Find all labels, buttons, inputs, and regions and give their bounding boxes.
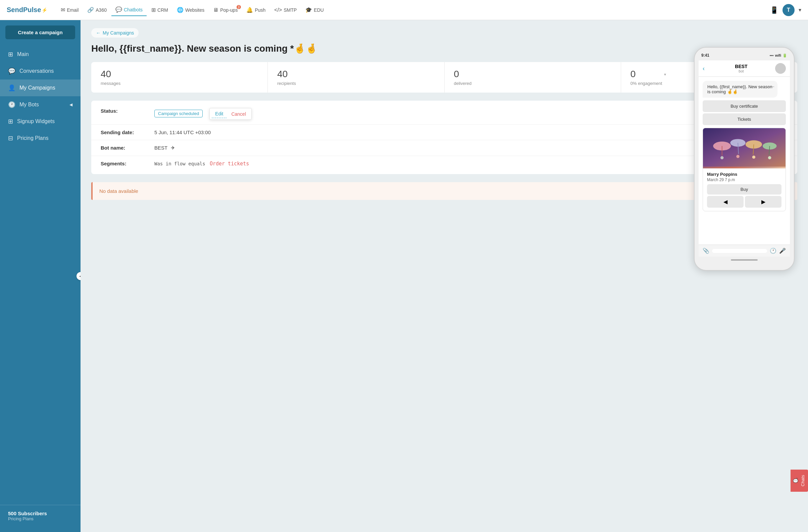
sidebar-item-signup-widgets[interactable]: ⊞ Signup Widgets: [0, 113, 80, 130]
nav-edu[interactable]: 🎓 EDU: [301, 4, 328, 16]
edit-button[interactable]: Edit: [212, 110, 226, 118]
card-image: [703, 128, 786, 168]
email-icon: ✉: [61, 7, 65, 13]
tickets-button[interactable]: Tickets: [703, 113, 786, 125]
pricing-plans-icon: ⊟: [8, 134, 13, 142]
crm-icon: ⊞: [151, 7, 156, 13]
details-table: Status: Campaign scheduled Edit Cancel S…: [91, 101, 797, 174]
card-nav-right[interactable]: ▶: [745, 196, 782, 208]
stat-delivered: 0 delivered: [445, 62, 621, 93]
phone-frame: 9:41 ▪▪▪ wifi 🔋 ‹ BEST bot: [694, 47, 794, 271]
engagement-arrow-icon: ▾: [664, 72, 666, 77]
stat-delivered-label: delivered: [454, 81, 611, 86]
sidebar-item-conversations[interactable]: 💬 Conversations: [0, 63, 80, 79]
cancel-button[interactable]: Cancel: [228, 110, 249, 118]
sidebar: Create a campaign ⊞ Main 💬 Conversations…: [0, 20, 80, 532]
chat-dash: —: [768, 83, 774, 90]
websites-icon: 🌐: [177, 7, 184, 13]
breadcrumb[interactable]: ← My Campaigns: [91, 28, 139, 38]
svg-point-9: [720, 156, 723, 159]
segments-highlight: Order tickets: [207, 161, 249, 167]
create-campaign-button[interactable]: Create a campaign: [5, 25, 75, 39]
nav-websites-label: Websites: [185, 7, 204, 13]
telegram-icon: ✈: [171, 145, 175, 151]
pricing-plans-link[interactable]: Pricing Plans: [8, 516, 72, 521]
chatbots-icon: 💬: [115, 6, 122, 13]
content-area: ← My Campaigns Hello, {{first_name}}. Ne…: [80, 20, 808, 532]
breadcrumb-arrow: ←: [96, 30, 101, 36]
card-buy-button[interactable]: Buy: [707, 184, 782, 194]
nav-chatbots[interactable]: 💬 Chatbots: [111, 4, 147, 16]
campaign-title: Hello, {{first_name}}. New season is com…: [91, 43, 797, 54]
chats-button[interactable]: 💬 Chats: [791, 470, 808, 492]
nav-email-label: Email: [67, 7, 78, 13]
mobile-icon[interactable]: 📱: [770, 6, 778, 14]
signal-icon: ▪▪▪: [770, 53, 774, 57]
nav-smtp[interactable]: </> SMTP: [270, 4, 301, 16]
sending-date-value: 5 Jun, 11:44 UTC +03:00: [154, 130, 788, 135]
detail-row-bot-name: Bot name: BEST ✈: [91, 140, 797, 156]
segments-label: Segments:: [101, 161, 154, 166]
detail-row-segments: Segments: Was in flow equals Order ticke…: [91, 156, 797, 171]
mic-icon[interactable]: 🎤: [779, 248, 786, 254]
nav-items: ✉ Email 🔗 A360 💬 Chatbots ⊞ CRM 🌐 Websit…: [57, 4, 769, 16]
phone-back-button[interactable]: ‹: [703, 65, 705, 72]
beta-badge: β: [237, 5, 241, 9]
nav-websites[interactable]: 🌐 Websites: [173, 4, 208, 16]
sending-date-label: Sending date:: [101, 130, 154, 135]
nav-smtp-label: SMTP: [283, 7, 297, 13]
card-preview: Marry Poppins March 29 7 p.m Buy ◀ ▶: [703, 128, 786, 211]
sidebar-item-conversations-label: Conversations: [19, 68, 54, 74]
phone-bot-name: BEST: [707, 64, 775, 69]
stat-recipients-value: 40: [277, 69, 435, 79]
phone-chat-title: BEST bot: [707, 64, 775, 73]
stat-messages-label: messages: [101, 81, 258, 86]
sidebar-item-pricing-plans[interactable]: ⊟ Pricing Plans: [0, 130, 80, 147]
stat-engagement-label: 0% engagement: [630, 81, 662, 86]
push-icon: 🔔: [246, 7, 253, 13]
card-nav-left[interactable]: ◀: [707, 196, 743, 208]
a360-icon: 🔗: [87, 7, 94, 13]
clock-icon[interactable]: 🕐: [770, 248, 776, 254]
sidebar-item-my-bots-label: My Bots: [19, 102, 39, 108]
nav-popups[interactable]: 🖥 Pop-ups β: [209, 4, 242, 16]
phone-input-bar: 📎 🕐 🎤: [699, 245, 790, 256]
logo-icon: ⚡: [42, 7, 47, 13]
buy-certificate-button[interactable]: Buy certificate: [703, 100, 786, 112]
user-menu-arrow[interactable]: ▾: [798, 7, 801, 13]
chat-message: Hello, {{first_name}}. New season is com…: [707, 84, 772, 94]
chat-bubble: Hello, {{first_name}}. New season is com…: [703, 81, 777, 98]
nav-crm[interactable]: ⊞ CRM: [147, 4, 172, 16]
segments-value: Was in flow equals Order tickets: [154, 161, 788, 167]
phone-message-input[interactable]: [712, 249, 767, 253]
status-value: Campaign scheduled Edit Cancel: [154, 108, 788, 120]
status-label: Status:: [101, 108, 154, 114]
phone-avatar: [775, 63, 786, 74]
nav-crm-label: CRM: [158, 7, 168, 13]
nav-email[interactable]: ✉ Email: [57, 4, 82, 16]
sidebar-item-my-campaigns[interactable]: 👤 My Campaigns: [0, 79, 80, 96]
nav-a360-label: A360: [96, 7, 107, 13]
nav-push[interactable]: 🔔 Push: [242, 4, 270, 16]
my-campaigns-icon: 👤: [8, 84, 15, 92]
attachment-icon[interactable]: 📎: [703, 248, 709, 254]
stat-recipients-label: recipients: [277, 81, 435, 86]
nav-a360[interactable]: 🔗 A360: [83, 4, 111, 16]
sidebar-item-main[interactable]: ⊞ Main: [0, 46, 80, 63]
subscribers-count: 500 Subscribers: [8, 511, 72, 516]
user-avatar[interactable]: T: [783, 4, 794, 16]
stat-delivered-value: 0: [454, 69, 611, 79]
logo-text: SendPulse: [7, 6, 41, 14]
conversations-icon: 💬: [8, 68, 15, 75]
main-layout: Create a campaign ⊞ Main 💬 Conversations…: [0, 20, 808, 532]
segments-prefix: Was in flow equals: [154, 161, 205, 166]
sidebar-item-my-bots[interactable]: 🕐 My Bots ◀: [0, 96, 80, 113]
chat-bubble-icon: 💬: [793, 478, 798, 483]
sidebar-bottom: 500 Subscribers Pricing Plans: [0, 505, 80, 527]
phone-bot-sub: bot: [707, 69, 775, 73]
card-nav-row: ◀ ▶: [707, 196, 782, 208]
nav-edu-label: EDU: [314, 7, 324, 13]
chat-buttons: Buy certificate Tickets: [703, 100, 786, 125]
logo[interactable]: SendPulse ⚡: [7, 6, 47, 14]
card-subtitle: March 29 7 p.m: [707, 177, 782, 182]
